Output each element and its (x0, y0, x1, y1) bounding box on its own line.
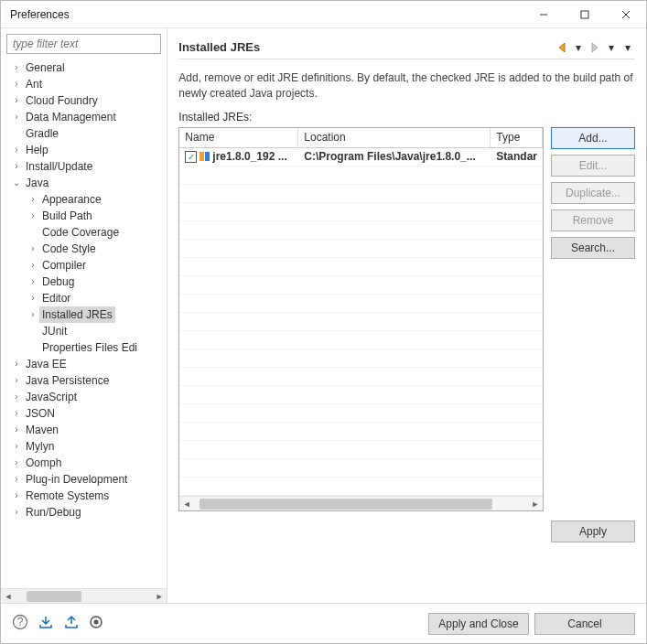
expand-icon[interactable]: › (10, 455, 23, 471)
tree-item[interactable]: ›Code Style (5, 241, 167, 257)
tree-item[interactable]: ›Ant (5, 76, 167, 92)
tree-item[interactable]: Properties Files Edi (5, 339, 167, 356)
help-icon[interactable]: ? (12, 614, 28, 633)
tree-item-label: Code Coverage (39, 224, 122, 241)
jre-checkbox[interactable]: ✓ (185, 151, 197, 163)
svg-text:?: ? (17, 616, 24, 628)
scroll-thumb[interactable] (199, 499, 492, 510)
tree-item[interactable]: ›Plug-in Development (5, 471, 167, 488)
filter-input[interactable] (6, 34, 161, 54)
page-description: Add, remove or edit JRE definitions. By … (178, 70, 635, 102)
expand-icon[interactable]: › (10, 109, 23, 125)
cancel-button[interactable]: Cancel (534, 613, 635, 635)
edit-button[interactable]: Edit... (551, 155, 635, 177)
tree-item-label: Help (23, 142, 51, 158)
expand-icon[interactable]: › (27, 257, 39, 274)
tree-item[interactable]: ›JSON (5, 405, 167, 422)
tree-item-label: Mylyn (23, 438, 57, 455)
tree-item[interactable]: ›Remote Systems (5, 488, 167, 504)
minimize-button[interactable] (523, 1, 564, 28)
expand-icon[interactable]: › (27, 274, 39, 290)
jre-type: Standar (491, 150, 543, 163)
record-icon[interactable] (89, 615, 103, 632)
nav-toolbar: ▾ ▾ ▾ (555, 40, 635, 55)
expand-icon[interactable]: ⌄ (10, 175, 23, 191)
expand-icon[interactable]: › (10, 59, 23, 76)
col-name[interactable]: Name (179, 128, 298, 147)
scroll-right-icon[interactable]: ► (152, 589, 167, 603)
forward-icon[interactable] (588, 40, 602, 55)
expand-icon[interactable]: › (10, 488, 23, 504)
col-location[interactable]: Location (298, 128, 491, 147)
scroll-right-icon[interactable]: ► (528, 497, 543, 511)
tree-item[interactable]: ›Installed JREs (5, 306, 167, 323)
expand-icon[interactable]: › (27, 191, 39, 208)
tree-item[interactable]: ›JavaScript (5, 389, 167, 405)
expand-icon[interactable]: › (27, 290, 39, 306)
tree-item[interactable]: ›Mylyn (5, 438, 167, 455)
expand-icon[interactable]: › (10, 356, 23, 372)
tree-item[interactable]: ›Debug (5, 274, 167, 290)
tree-item[interactable]: ›Editor (5, 290, 167, 306)
tree-item[interactable]: ›Compiler (5, 257, 167, 274)
table-hscroll[interactable]: ◄ ► (179, 496, 543, 510)
close-button[interactable] (605, 1, 646, 28)
remove-button[interactable]: Remove (551, 209, 635, 231)
expand-icon[interactable]: › (10, 504, 23, 521)
expand-icon[interactable]: › (10, 76, 23, 92)
expand-icon[interactable]: › (10, 372, 23, 389)
tree-item[interactable]: ›Run/Debug (5, 504, 167, 521)
scroll-left-icon[interactable]: ◄ (1, 589, 16, 603)
tree-item[interactable]: ›Install/Update (5, 158, 167, 175)
expand-icon[interactable]: › (10, 92, 23, 109)
tree-item-label: Java EE (23, 356, 70, 372)
tree-item[interactable]: ›Oomph (5, 455, 167, 471)
expand-icon[interactable]: › (10, 142, 23, 158)
tree-item[interactable]: ›Maven (5, 422, 167, 438)
apply-and-close-button[interactable]: Apply and Close (428, 613, 529, 635)
col-type[interactable]: Type (491, 128, 543, 147)
expand-icon[interactable]: › (10, 438, 23, 455)
add-button[interactable]: Add... (551, 127, 635, 149)
tree-item[interactable]: ›General (5, 59, 167, 76)
expand-icon[interactable]: › (10, 158, 23, 175)
expand-icon[interactable]: › (27, 208, 39, 224)
tree-item-label: Plug-in Development (23, 471, 130, 488)
scroll-left-icon[interactable]: ◄ (179, 497, 194, 511)
tree-item[interactable]: ›Java EE (5, 356, 167, 372)
tree-item[interactable]: Gradle (5, 125, 167, 142)
import-icon[interactable] (38, 614, 54, 633)
body: ›General›Ant›Cloud Foundry›Data Manageme… (1, 28, 646, 603)
tree-item-label: Run/Debug (23, 504, 84, 521)
tree-item[interactable]: ›Build Path (5, 208, 167, 224)
view-menu-icon[interactable]: ▾ (620, 40, 635, 55)
tree-item[interactable]: JUnit (5, 323, 167, 339)
expand-icon[interactable]: › (10, 405, 23, 422)
tree-item[interactable]: Code Coverage (5, 224, 167, 241)
forward-menu-icon[interactable]: ▾ (604, 40, 619, 55)
tree-item[interactable]: ›Appearance (5, 191, 167, 208)
expand-icon[interactable]: › (27, 306, 39, 323)
back-menu-icon[interactable]: ▾ (571, 40, 586, 55)
duplicate-button[interactable]: Duplicate... (551, 182, 635, 204)
apply-button[interactable]: Apply (551, 521, 635, 542)
maximize-button[interactable] (564, 1, 605, 28)
table-row[interactable]: ✓jre1.8.0_192 ...C:\Program Files\Java\j… (179, 148, 543, 166)
tree-item[interactable]: ›Cloud Foundry (5, 92, 167, 109)
tree-item[interactable]: ⌄Java (5, 175, 167, 191)
search-button[interactable]: Search... (551, 237, 635, 259)
tree-item[interactable]: ›Java Persistence (5, 372, 167, 389)
back-icon[interactable] (555, 40, 569, 55)
scroll-thumb[interactable] (27, 591, 81, 602)
sidebar-hscroll[interactable]: ◄ ► (1, 588, 167, 603)
jre-table[interactable]: Name Location Type ✓jre1.8.0_192 ...C:\P… (178, 127, 544, 511)
preference-tree[interactable]: ›General›Ant›Cloud Foundry›Data Manageme… (1, 58, 167, 588)
export-icon[interactable] (63, 614, 80, 633)
tree-item[interactable]: ›Help (5, 142, 167, 158)
expand-icon[interactable]: › (10, 471, 23, 488)
expand-icon[interactable]: › (10, 389, 23, 405)
tree-item[interactable]: ›Data Management (5, 109, 167, 125)
table-header: Name Location Type (179, 128, 543, 148)
expand-icon[interactable]: › (10, 422, 23, 438)
expand-icon[interactable]: › (27, 241, 39, 257)
